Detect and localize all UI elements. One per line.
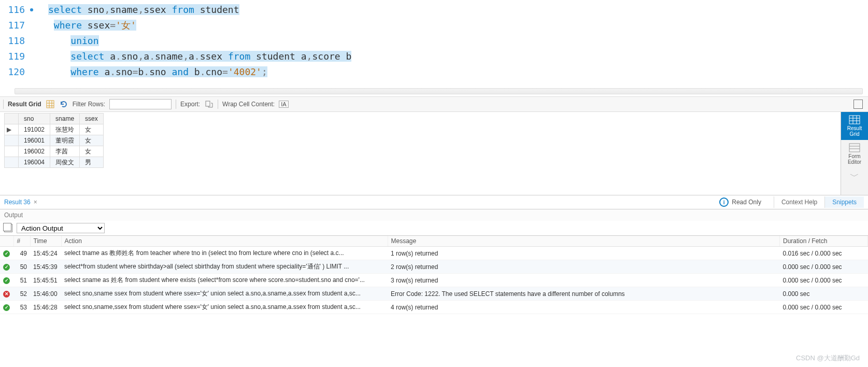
wrap-label: Wrap Cell Content: (222, 101, 275, 108)
result-tab-bar: Result 36 × i Read Only Context Help Sni… (0, 195, 868, 209)
svg-rect-6 (849, 116, 860, 124)
editor-horizontal-scrollbar[interactable] (15, 88, 863, 94)
readonly-label: Read Only (732, 199, 761, 206)
result-grid[interactable]: snosnamessex▶191002张慧玲女196001董明霞女196002李… (4, 113, 104, 168)
svg-rect-0 (47, 101, 54, 108)
side-form-editor-label: Form Editor (848, 153, 861, 165)
result-toolbar: Result Grid Filter Rows: Export: Wrap Ce… (0, 96, 868, 112)
panel-toggle-icon[interactable] (853, 100, 863, 109)
output-row[interactable]: ✕5215:46:00select sno,sname ssex from st… (0, 287, 868, 301)
output-row[interactable]: ✓5115:45:51select sname as 姓名 from stude… (0, 274, 868, 287)
result-grid-wrap: snosnamessex▶191002张慧玲女196001董明霞女196002李… (0, 112, 841, 195)
tab-snippets[interactable]: Snippets (824, 196, 864, 208)
result-tab[interactable]: Result 36 × (4, 199, 37, 206)
readonly-indicator: i Read Only (719, 197, 761, 207)
copy-icon[interactable] (4, 224, 12, 232)
tab-context-help[interactable]: Context Help (774, 196, 824, 208)
export-icon[interactable] (204, 100, 214, 109)
help-tabs: Context Help Snippets (774, 196, 864, 208)
grid-icon[interactable] (46, 100, 55, 109)
result-area: snosnamessex▶191002张慧玲女196001董明霞女196002李… (0, 112, 868, 195)
output-row[interactable]: ✓5315:46:28select sno,sname,ssex from st… (0, 301, 868, 314)
success-icon: ✓ (3, 250, 10, 257)
table-row[interactable]: 196001董明霞女 (5, 135, 104, 146)
close-icon[interactable]: × (34, 199, 37, 206)
output-row[interactable]: ✓5015:45:39select*from student where sbi… (0, 260, 868, 274)
output-title: Output (0, 209, 868, 221)
grid-header[interactable]: sno (19, 114, 50, 124)
output-type-select[interactable]: Action Output (17, 223, 105, 233)
filter-rows-input[interactable] (109, 99, 172, 109)
refresh-icon[interactable] (59, 100, 68, 109)
wrap-cell-icon[interactable]: IA (279, 101, 288, 108)
success-icon: ✓ (3, 264, 10, 271)
success-icon: ✓ (3, 277, 10, 284)
grid-header[interactable]: ssex (80, 114, 104, 124)
table-row[interactable]: ▶191002张慧玲女 (5, 124, 104, 135)
side-result-grid-label: Result Grid (847, 125, 862, 137)
result-side-panel: Result Grid Form Editor ﹀ (841, 112, 868, 195)
svg-rect-5 (206, 101, 210, 106)
table-row[interactable]: 196004周俊文男 (5, 157, 104, 168)
error-icon: ✕ (3, 291, 10, 298)
grid-header[interactable]: sname (50, 114, 80, 124)
output-row[interactable]: ✓4915:45:24select tname as 教师姓名 from tea… (0, 247, 868, 260)
side-result-grid-button[interactable]: Result Grid (841, 112, 868, 140)
filter-rows-label: Filter Rows: (73, 101, 105, 108)
info-icon: i (719, 197, 729, 207)
export-label: Export: (180, 101, 200, 108)
side-form-editor-button[interactable]: Form Editor (841, 140, 868, 168)
side-panel-chevron-down-icon[interactable]: ﹀ (850, 168, 859, 182)
output-table[interactable]: #TimeActionMessageDuration / Fetch✓4915:… (0, 236, 868, 314)
output-controls: Action Output (0, 221, 868, 236)
watermark: CSDN @大道酬勤Gd (796, 354, 860, 363)
sql-editor[interactable]: 116select sno,sname,ssex from student117… (0, 0, 868, 84)
success-icon: ✓ (3, 304, 10, 311)
table-row[interactable]: 196002李茜女 (5, 146, 104, 157)
svg-rect-11 (849, 144, 860, 152)
result-tab-label: Result 36 (4, 199, 31, 206)
result-grid-label: Result Grid (8, 101, 41, 108)
